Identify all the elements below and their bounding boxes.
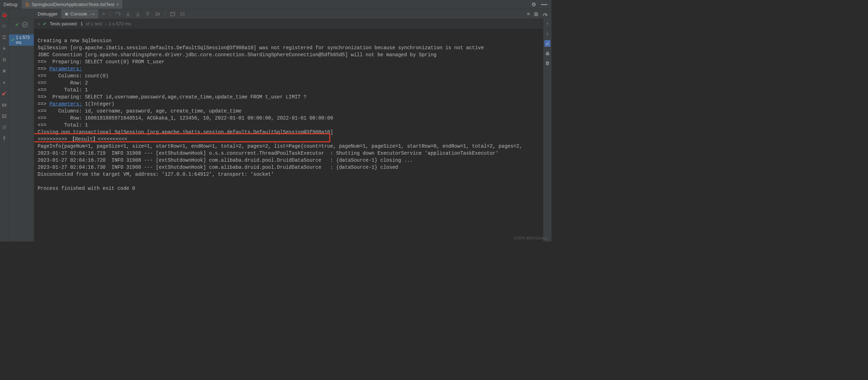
console-line: <== Row: 2 bbox=[38, 80, 88, 86]
check-icon[interactable]: ✔ bbox=[15, 22, 19, 27]
softwrap-icon[interactable]: ↲ bbox=[544, 40, 550, 47]
list-icon[interactable]: ≡ bbox=[102, 11, 105, 17]
debug-label: Debug: bbox=[0, 2, 22, 7]
tab-title: SpringbootDemoApplicationTests.listTest bbox=[32, 2, 114, 7]
step-over-icon[interactable] bbox=[115, 12, 121, 17]
console-line: ==> bbox=[38, 66, 50, 72]
separator bbox=[165, 11, 165, 17]
console-line: >>>>>>>>>> 【Result】<<<<<<<<<< bbox=[38, 136, 127, 142]
debug-toolbar: Debugger ▣ Console →• ≡ ≡ ▥ bbox=[9, 9, 551, 19]
svg-rect-0 bbox=[2, 36, 6, 37]
svg-rect-10 bbox=[5, 114, 6, 116]
console-line: ==> bbox=[38, 101, 50, 107]
gear-icon[interactable]: ⚙ bbox=[531, 1, 536, 8]
watermark: CSDN @ACGkaka_ bbox=[514, 236, 549, 240]
trash-icon[interactable]: 🗑 bbox=[545, 60, 550, 66]
gauge-icon[interactable] bbox=[542, 12, 548, 17]
tests-prefix: Tests passed: bbox=[50, 21, 78, 26]
mute-breakpoints-icon[interactable] bbox=[1, 91, 7, 96]
console-output[interactable]: Creating a new SqlSession SqlSession [or… bbox=[34, 29, 551, 241]
console-line: 2023-01-27 02:04:16.730 INFO 31908 --- [… bbox=[38, 165, 398, 170]
param-suffix: 1(Integer) bbox=[82, 101, 114, 107]
svg-rect-16 bbox=[171, 12, 175, 16]
list-icon2[interactable]: ≡ bbox=[527, 11, 530, 17]
stop-icon[interactable] bbox=[1, 68, 7, 74]
header-right-controls: ⚙ — bbox=[531, 1, 551, 8]
right-toolbar: ↑ ↓ ↲ 🖶 🗑 bbox=[543, 18, 551, 241]
tests-summary-bar: » ✔ Tests passed: 1 of 1 test – 1 s 573 … bbox=[34, 19, 551, 29]
evaluate-icon[interactable] bbox=[170, 12, 175, 16]
separator bbox=[110, 11, 110, 17]
camera-icon[interactable] bbox=[1, 102, 7, 108]
console-line: <== Row: 1606181885971648514, ACGkaka_1,… bbox=[38, 115, 333, 121]
stepping-toolbar: ≡ bbox=[98, 11, 185, 17]
svg-rect-3 bbox=[5, 58, 6, 62]
console-line: Closing non transactional SqlSession [or… bbox=[38, 129, 333, 135]
debug-header: Debug: SpringbootDemoApplicationTests.li… bbox=[0, 0, 551, 9]
pin-icon[interactable] bbox=[1, 136, 7, 141]
minimize-icon[interactable]: — bbox=[541, 1, 547, 8]
svg-rect-11 bbox=[2, 116, 6, 118]
run-config-tab[interactable]: SpringbootDemoApplicationTests.listTest … bbox=[22, 0, 122, 9]
console-line: <== Total: 1 bbox=[38, 122, 88, 128]
settings-icon[interactable]: ⚙ bbox=[1, 124, 7, 130]
svg-point-8 bbox=[4, 104, 5, 106]
play-icon[interactable] bbox=[1, 46, 7, 51]
console-tab[interactable]: ▣ Console →• bbox=[61, 9, 98, 19]
passed-check-icon: ✔ bbox=[43, 21, 47, 26]
arrow-down-icon[interactable]: ↓ bbox=[546, 31, 549, 36]
frames-icon[interactable] bbox=[1, 23, 7, 29]
parameters-link[interactable]: Parameters: bbox=[50, 66, 82, 72]
layout-icon2[interactable]: ▥ bbox=[534, 11, 538, 17]
svg-rect-1 bbox=[2, 38, 6, 39]
tests-duration: – 1 s 573 ms bbox=[105, 21, 131, 26]
chevron-icon[interactable]: » bbox=[38, 21, 40, 26]
console-line: 2023-01-27 02:04:16.719 INFO 31908 --- [… bbox=[38, 150, 499, 156]
svg-rect-4 bbox=[3, 70, 6, 72]
tests-of: of 1 test bbox=[86, 21, 102, 26]
badge-duration: 1 s 573 ms bbox=[16, 35, 32, 45]
console-line: 2023-01-27 02:04:16.720 INFO 31908 --- [… bbox=[38, 157, 413, 163]
step-into-icon[interactable] bbox=[126, 12, 130, 17]
console-line: Creating a new SqlSession bbox=[38, 38, 111, 44]
console-line: JDBC Connection [org.apache.shardingsphe… bbox=[38, 52, 436, 58]
arrow-up-icon[interactable]: ↑ bbox=[546, 21, 549, 26]
console-line: SqlSession [org.apache.ibatis.session.de… bbox=[38, 45, 484, 51]
console-line: Disconnected from the target VM, address… bbox=[38, 172, 274, 177]
svg-rect-2 bbox=[3, 58, 4, 62]
console-line: Process finished with exit code 0 bbox=[38, 186, 135, 191]
trace-icon[interactable] bbox=[180, 12, 185, 16]
console-line: <== Columns: count(0) bbox=[38, 73, 109, 79]
dropdown-icon: →• bbox=[89, 12, 95, 16]
console-tab-label: Console bbox=[70, 11, 87, 17]
parameters-link[interactable]: Parameters: bbox=[50, 101, 82, 107]
breakpoint-icon[interactable]: ● bbox=[1, 79, 7, 85]
test-duration-badge[interactable]: ✔ 1 s 573 ms bbox=[9, 34, 34, 46]
svg-rect-9 bbox=[2, 114, 4, 116]
bug-icon[interactable]: 🐞 bbox=[1, 12, 7, 18]
debugger-tab[interactable]: Debugger bbox=[34, 9, 61, 19]
close-icon[interactable]: × bbox=[116, 2, 119, 7]
print-icon[interactable]: 🖶 bbox=[545, 51, 550, 56]
force-step-into-icon[interactable] bbox=[135, 12, 140, 17]
threads-icon[interactable] bbox=[1, 34, 7, 40]
toolbar-right: ≡ ▥ bbox=[527, 11, 551, 17]
console-play-icon: ▣ bbox=[65, 12, 68, 16]
console-line: <== Columns: id, username, password, age… bbox=[38, 108, 242, 114]
console-line: <== Total: 1 bbox=[38, 87, 88, 93]
layout-icon[interactable] bbox=[1, 113, 7, 119]
pause-icon[interactable] bbox=[1, 57, 7, 63]
left-toolbar: 🐞 ● ⚙ bbox=[0, 9, 9, 241]
console-line: ==> Preparing: SELECT count(0) FROM t_us… bbox=[38, 59, 165, 65]
no-entry-icon[interactable] bbox=[22, 22, 28, 27]
tests-count: 1 bbox=[81, 21, 83, 26]
rerun-icon bbox=[25, 2, 30, 7]
run-to-cursor-icon[interactable] bbox=[155, 12, 160, 17]
badge-check-icon: ✔ bbox=[11, 38, 14, 43]
test-controls: ✔ ✔ 1 s 573 ms bbox=[9, 19, 34, 241]
console-line: PageInfo{pageNum=1, pageSize=1, size=1, … bbox=[38, 143, 522, 149]
console-line: ==> Preparing: SELECT id,username,passwo… bbox=[38, 94, 307, 100]
svg-line-24 bbox=[545, 14, 546, 16]
step-out-icon[interactable] bbox=[145, 12, 150, 17]
